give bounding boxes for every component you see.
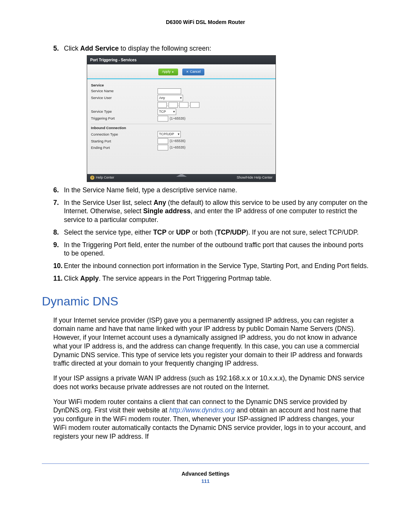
s7d: Single address [143, 207, 191, 215]
s7a: In the Service User list, select [64, 199, 153, 206]
show-hide-help-link[interactable]: Show/Hide Help Center [237, 176, 272, 180]
connection-type-label: Connection Type [91, 132, 158, 137]
footer-divider [42, 463, 369, 464]
s11a: Click [64, 275, 80, 282]
ip-octet-1[interactable] [158, 102, 167, 108]
play-icon [170, 70, 174, 73]
cancel-button-label: Cancel [190, 70, 201, 73]
triggering-port-range: (1~65535) [170, 117, 185, 120]
s8f: TCP/UDP [217, 228, 246, 236]
step-number-7: 7. [53, 198, 59, 207]
document-header: D6300 WiFi DSL Modem Router [42, 19, 369, 25]
s8g: ). If you are not sure, select TCP/UDP. [246, 228, 359, 236]
s11b: Apply [80, 275, 99, 282]
s8e: or both ( [190, 228, 217, 236]
step-8-text: Select the service type, either TCP or U… [64, 228, 359, 236]
ending-port-label: Ending Port [91, 145, 158, 150]
screenshot-toolbar: Apply Cancel [87, 64, 276, 79]
connection-type-select[interactable]: TCP/UDP [158, 131, 181, 137]
step-number-11: 11. [53, 274, 62, 283]
s11c: . The service appears in the Port Trigge… [99, 275, 271, 282]
page-number: 111 [42, 478, 369, 484]
dynamic-dns-p3: Your WiFi modem router contains a client… [53, 398, 369, 441]
step-number-8: 8. [53, 228, 59, 237]
s8c: or [166, 228, 176, 236]
step-10-text: Enter the inbound connection port inform… [64, 262, 368, 270]
step-6-text: In the Service Name field, type a descri… [64, 186, 237, 194]
help-center-link[interactable]: Help Center [90, 176, 114, 180]
s8a: Select the service type, either [64, 228, 153, 236]
service-type-label: Service Type [91, 109, 158, 114]
screenshot-footer: Help Center Show/Hide Help Center [87, 174, 276, 182]
step-5-bold: Add Service [80, 45, 119, 52]
ending-port-input[interactable] [158, 145, 168, 150]
starting-port-range: (1~65535) [170, 139, 185, 143]
step-9-text: In the Triggering Port field, enter the … [64, 241, 363, 257]
step-11-text: Click Apply. The service appears in the … [64, 275, 271, 282]
step-5-text: Click Add Service to display the followi… [64, 45, 211, 52]
s7b: Any [153, 199, 166, 206]
service-user-label: Service User [91, 96, 158, 100]
service-user-select[interactable]: Any [158, 95, 183, 101]
step-7-text: In the Service User list, select Any (th… [64, 199, 368, 224]
step-number-6: 6. [53, 186, 59, 195]
service-section-header: Service [91, 83, 272, 88]
ip-octet-4[interactable] [190, 102, 199, 108]
ip-octet-3[interactable] [179, 102, 188, 108]
footer-section-label: Advanced Settings [42, 471, 369, 477]
starting-port-input[interactable] [158, 138, 168, 144]
dynamic-dns-p2: If your ISP assigns a private WAN IP add… [53, 374, 369, 391]
triggering-port-label: Triggering Port [91, 116, 158, 121]
triggering-port-input[interactable] [158, 116, 168, 121]
divider [91, 124, 272, 124]
dynamic-dns-heading: Dynamic DNS [42, 294, 369, 308]
ip-address-field[interactable]: ... [158, 102, 199, 108]
step-number-9: 9. [53, 241, 59, 249]
starting-port-label: Starting Port [91, 139, 158, 144]
service-type-select[interactable]: TCP [158, 109, 176, 115]
step-number-10: 10. [53, 262, 62, 270]
ending-port-range: (1~65535) [170, 145, 185, 149]
s8d: UDP [176, 228, 190, 236]
dyndns-link[interactable]: http://www.dyndns.org [169, 406, 234, 414]
dynamic-dns-p1: If your Internet service provider (ISP) … [53, 316, 369, 368]
ip-octet-2[interactable] [169, 102, 178, 108]
drag-handle-icon[interactable] [176, 174, 187, 177]
service-name-input[interactable] [158, 88, 181, 94]
service-name-label: Service Name [91, 89, 158, 93]
s8b: TCP [153, 228, 166, 236]
inbound-section-header: Inbound Connection [91, 126, 272, 130]
step-5-prefix: Click [64, 45, 80, 52]
screenshot-body: Service Service Name Service User Any ..… [87, 79, 276, 174]
apply-button[interactable]: Apply [158, 69, 178, 75]
step-number-5: 5. [53, 44, 59, 53]
close-icon [186, 70, 190, 73]
screenshot-title: Port Triggering - Services [87, 56, 276, 64]
cancel-button[interactable]: Cancel [182, 69, 204, 75]
apply-button-label: Apply [162, 70, 171, 73]
port-triggering-screenshot: Port Triggering - Services Apply Cancel … [87, 55, 276, 182]
step-5-suffix: to display the following screen: [119, 45, 211, 52]
